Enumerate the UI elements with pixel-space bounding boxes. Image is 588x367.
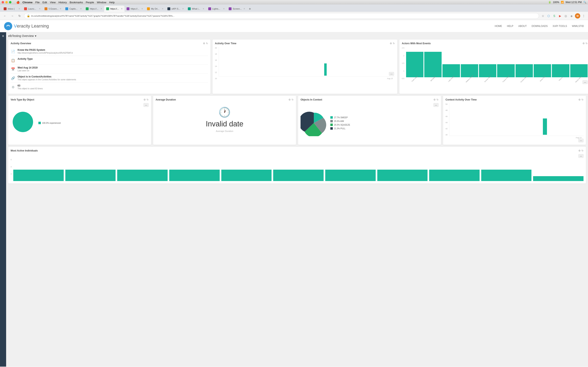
refresh-icon-actors[interactable]: ↻ <box>586 42 588 45</box>
settings-icon-aot[interactable]: ⚙ <box>390 42 392 45</box>
bookmark-icon[interactable]: ☆ <box>541 14 545 18</box>
url-bar[interactable]: 🔒 lrs.io/ui/lrs/elbtesting/analytics/#%7… <box>24 13 539 19</box>
tab-close-lights[interactable]: × <box>223 7 225 10</box>
breadcrumb-label[interactable]: elbTesting Overview <box>8 34 34 38</box>
settings-icon-context[interactable]: ⚙ <box>579 98 581 101</box>
tab-gmail[interactable]: Inbox ( × <box>2 6 22 12</box>
nav-downloads[interactable]: DOWNLOADS <box>532 25 548 27</box>
minimize-button[interactable] <box>5 1 8 3</box>
settings-icon-duration[interactable]: ⚙ <box>288 98 291 101</box>
extension-icon-1[interactable]: ⬡ <box>546 14 551 18</box>
objects-expand-button[interactable]: — <box>433 103 439 107</box>
chrome-menu[interactable]: Chrome <box>22 1 33 4</box>
settings-icon-most-active[interactable]: ⚙ <box>579 149 581 152</box>
tab-screen[interactable]: Screen... × <box>227 6 247 12</box>
tab-close-mydrive[interactable]: × <box>162 7 163 10</box>
tab-lights[interactable]: Lights... × <box>206 6 227 12</box>
tab-favicon-5essen <box>44 7 47 10</box>
aot-chart: — Aug 13 <box>219 47 395 80</box>
widget-actions-actors: ⚙ ↻ <box>582 42 588 45</box>
apple-menu[interactable]: 🍎 <box>16 1 20 4</box>
activity-content-0: Know the PASS System http:/elearningbrot… <box>17 49 73 54</box>
context-title: Context Activity Over Time <box>445 98 477 101</box>
refresh-icon[interactable]: ↻ <box>206 42 208 45</box>
tab-captiv[interactable]: Captiv... × <box>63 6 84 12</box>
tab-https2-active[interactable]: https://... × <box>104 6 125 12</box>
titlebar-menu: 🍎 Chrome File Edit View History Bookmark… <box>16 1 114 4</box>
actor-bar-bill-bar <box>424 52 442 77</box>
ctx-y-40: 40 <box>445 134 448 136</box>
tab-whati[interactable]: What i... × <box>186 6 206 12</box>
tab-xapi[interactable]: xAPI S... × <box>165 6 186 12</box>
ctx-expand-button[interactable]: — <box>579 139 584 142</box>
file-menu[interactable]: File <box>35 1 40 4</box>
most-active-title: Most Active Individuals <box>11 149 38 152</box>
refresh-button[interactable]: ↻ <box>17 13 22 19</box>
refresh-icon-most-active[interactable]: ↻ <box>581 149 584 152</box>
tab-https1[interactable]: https://... × <box>84 6 104 12</box>
nav-about[interactable]: ABOUT <box>518 25 527 27</box>
extension-icon-4[interactable]: ◎ <box>563 14 568 18</box>
view-menu[interactable]: View <box>50 1 56 4</box>
forward-button[interactable]: → <box>9 13 15 19</box>
settings-icon-actors[interactable]: ⚙ <box>582 42 585 45</box>
search-icon[interactable]: 🔍 <box>583 1 586 4</box>
settings-icon[interactable]: ⚙ <box>203 42 205 45</box>
breadcrumb: elbTesting Overview ▾ <box>8 34 586 38</box>
maximize-button[interactable] <box>9 1 11 3</box>
nav-help[interactable]: HELP <box>507 25 513 27</box>
back-button[interactable]: ← <box>2 13 8 19</box>
refresh-icon-objects[interactable]: ↻ <box>437 98 439 101</box>
tab-https3[interactable]: https://... × <box>125 6 145 12</box>
people-menu[interactable]: People <box>86 1 94 4</box>
extension-icon-5[interactable]: ◈ <box>569 14 574 18</box>
nav-xapi-tools[interactable]: XAPI TOOLS <box>553 25 567 27</box>
refresh-icon-context[interactable]: ↻ <box>581 98 584 101</box>
bookmarks-menu[interactable]: Bookmarks <box>70 1 83 4</box>
extension-icon-2[interactable]: S <box>552 14 557 18</box>
most-active-expand-button[interactable]: — <box>579 154 584 158</box>
refresh-icon-aot[interactable]: ↻ <box>393 42 395 45</box>
tab-5essen[interactable]: 5 Essen... × <box>43 6 63 12</box>
sidebar-toggle[interactable]: ≡ <box>0 32 6 367</box>
tab-close-https2[interactable]: × <box>121 7 122 10</box>
invalid-date-text: Invalid date <box>206 120 243 128</box>
history-menu[interactable]: History <box>58 1 67 4</box>
aot-y-12: 12 <box>215 71 217 73</box>
tab-mydrive[interactable]: My Dri... × <box>145 6 165 12</box>
clock-icon: 🕐 <box>218 107 231 118</box>
tab-close-screen[interactable]: × <box>243 7 245 10</box>
tab-close-https3[interactable]: × <box>141 7 143 10</box>
settings-icon-objects[interactable]: ⚙ <box>433 98 436 101</box>
svg-point-0 <box>6 24 11 29</box>
verb-expand-button[interactable]: — <box>144 103 149 107</box>
new-tab-button[interactable]: + <box>247 6 253 12</box>
window-menu[interactable]: Window <box>97 1 106 4</box>
tab-close-whati[interactable]: × <box>203 7 204 10</box>
close-button[interactable] <box>2 1 4 3</box>
actor-bar-gurney-bar <box>516 64 533 77</box>
tab-launch[interactable]: Launc... × <box>22 6 43 12</box>
more-menu-button[interactable]: ⋮ <box>581 14 586 18</box>
actors-y-0-5: 0.5 <box>402 77 405 80</box>
widget-average-duration: Average Duration ⚙ ↻ 🕐 Invalid date Aver… <box>153 96 296 145</box>
nav-wmilstid[interactable]: WMILSTID <box>572 25 584 27</box>
nav-home[interactable]: HOME <box>495 25 502 27</box>
help-menu[interactable]: Help <box>109 1 115 4</box>
tab-close-https1[interactable]: × <box>101 7 102 10</box>
tab-close-5essen[interactable]: × <box>60 7 61 10</box>
settings-icon-verb[interactable]: ⚙ <box>144 98 146 101</box>
aot-expand-button[interactable]: — <box>389 72 394 76</box>
refresh-icon-duration[interactable]: ↻ <box>292 98 294 101</box>
objects-legend-sweep: 27.7% SWEEP <box>330 116 350 119</box>
tab-close-launch[interactable]: × <box>39 7 40 10</box>
tab-close-gmail[interactable]: × <box>18 7 20 10</box>
tab-close-xapi[interactable]: × <box>182 7 184 10</box>
refresh-icon-verb[interactable]: ↻ <box>147 98 149 101</box>
edit-menu[interactable]: Edit <box>43 1 47 4</box>
actors-expand-button[interactable]: — <box>582 80 588 84</box>
activity-sub-3: This object appears in the Context Activ… <box>17 78 76 81</box>
extension-icon-3[interactable]: ▶ <box>558 14 562 18</box>
user-avatar[interactable]: W <box>575 13 580 18</box>
tab-close-captiv[interactable]: × <box>80 7 82 10</box>
